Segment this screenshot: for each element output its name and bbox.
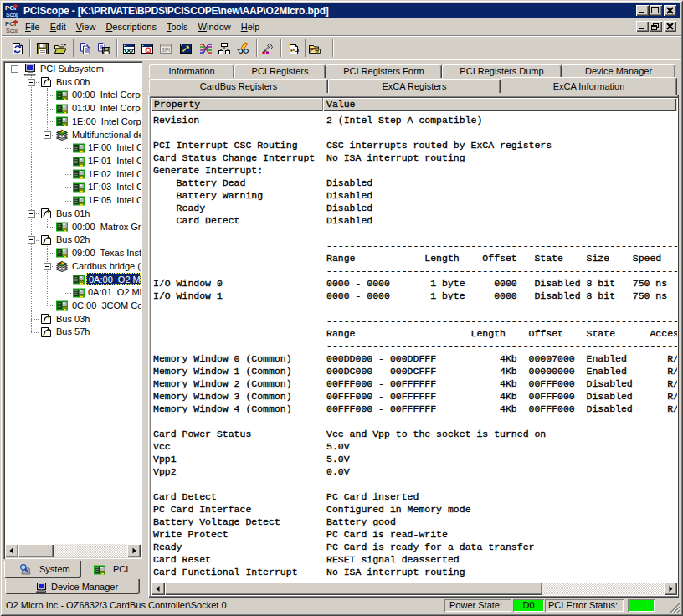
svg-text:PCI: PCI	[290, 48, 299, 53]
svg-text:Scope: Scope	[6, 28, 18, 33]
svg-text:3Fh: 3Fh	[162, 47, 172, 53]
svg-text:Scope: Scope	[6, 12, 18, 18]
